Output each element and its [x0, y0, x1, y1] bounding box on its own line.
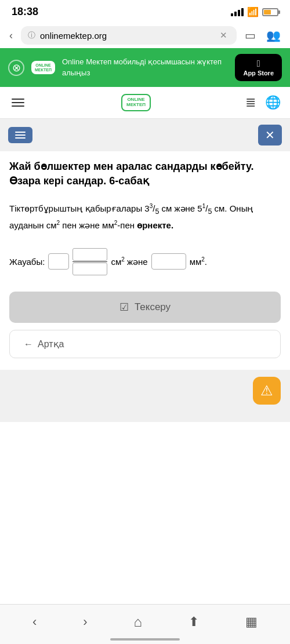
hamburger-line: [12, 99, 24, 100]
app-store-label: App Store: [243, 70, 274, 77]
hamburger-line: [12, 102, 24, 103]
list-view-button[interactable]: ≣: [245, 95, 256, 110]
unit-mm2: мм2.: [190, 256, 207, 267]
answer-mm2-input[interactable]: [151, 253, 186, 270]
menu-line: [15, 137, 26, 139]
account-button[interactable]: 👥: [264, 26, 283, 45]
fraction-line: [72, 261, 107, 263]
warning-icon: ⚠: [260, 383, 273, 399]
content-area: ✕ Жай бөлшектер мен аралас сандарды көбе…: [0, 119, 290, 359]
browser-back-button[interactable]: ‹: [26, 612, 44, 632]
globe-button[interactable]: 🌐: [265, 95, 281, 110]
signal-icon: [231, 8, 244, 16]
url-bar: ‹ ⓘ onlinemektep.org ✕ ▭ 👥: [0, 23, 290, 48]
hamburger-button[interactable]: [9, 96, 27, 109]
check-button[interactable]: ☑ Тексеру: [9, 292, 281, 323]
tabs-button[interactable]: ▦: [238, 612, 264, 632]
wifi-icon: 📶: [247, 6, 259, 17]
share-button[interactable]: ⬆: [182, 612, 206, 632]
answer-fraction-group: [72, 248, 107, 276]
app-store-button[interactable]:  App Store: [235, 54, 282, 81]
answer-whole-input[interactable]: [48, 253, 69, 270]
status-bar: 18:38 📶: [0, 0, 290, 23]
warning-fab-button[interactable]: ⚠: [253, 377, 281, 405]
hamburger-line: [12, 105, 24, 107]
status-time: 18:38: [12, 6, 38, 18]
banner-text: Online Мектеп мобильді қосымшасын жүктеп…: [62, 57, 229, 78]
fraction-numerator-input[interactable]: [72, 248, 107, 261]
banner-logo: ONLINE МЕКТЕП: [31, 61, 55, 74]
apple-icon: : [257, 59, 260, 69]
banner-close-button[interactable]: ⊗: [8, 60, 24, 76]
bookmark-button[interactable]: ▭: [242, 26, 258, 45]
menu-button[interactable]: [8, 127, 32, 143]
fraction-denominator-input[interactable]: [72, 263, 107, 275]
header-right: ≣ 🌐: [245, 95, 281, 110]
url-clear-button[interactable]: ✕: [217, 30, 230, 41]
back-arrow-icon: ←: [24, 339, 33, 350]
back-button[interactable]: ‹: [7, 27, 15, 44]
status-icons: 📶: [231, 6, 278, 17]
conjunction-text: және: [127, 257, 148, 267]
toolbar-row: ✕: [0, 119, 290, 151]
close-button[interactable]: ✕: [258, 125, 282, 145]
question-title: Жай бөлшектер мен аралас сандарды көбейт…: [0, 151, 290, 195]
answer-label: Жауабы:: [9, 257, 45, 267]
url-text: onlinemektep.org: [40, 31, 213, 41]
home-indicator: [110, 638, 180, 641]
checkmark-icon: ☑: [119, 301, 129, 314]
question-body: Тіктөртбұрыштың қабырғалары 33/5 см және…: [0, 195, 290, 242]
info-icon: ⓘ: [28, 30, 35, 41]
url-field[interactable]: ⓘ onlinemektep.org ✕: [21, 26, 237, 45]
check-label: Тексеру: [135, 301, 171, 313]
browser-forward-button[interactable]: ›: [76, 612, 94, 632]
app-banner: ⊗ ONLINE МЕКТЕП Online Мектеп мобильді қ…: [0, 48, 290, 87]
question-text: Тіктөртбұрыштың қабырғалары 33/5 см және…: [9, 203, 253, 230]
unit-cm2: см2 және: [111, 256, 147, 267]
menu-line: [15, 132, 26, 133]
menu-line: [15, 134, 26, 136]
home-button[interactable]: ⌂: [127, 612, 150, 632]
answer-row: Жауабы: см2 және мм2.: [0, 242, 290, 288]
site-header: ONLINE МЕКТЕП ≣ 🌐: [0, 87, 290, 119]
back-button[interactable]: ← Артқа: [9, 330, 281, 358]
battery-icon: [262, 8, 278, 16]
footer-area: ⚠: [0, 370, 290, 422]
back-label: Артқа: [38, 339, 64, 350]
site-logo: ONLINE МЕКТЕП: [121, 94, 151, 111]
close-icon: ⊗: [12, 61, 21, 74]
